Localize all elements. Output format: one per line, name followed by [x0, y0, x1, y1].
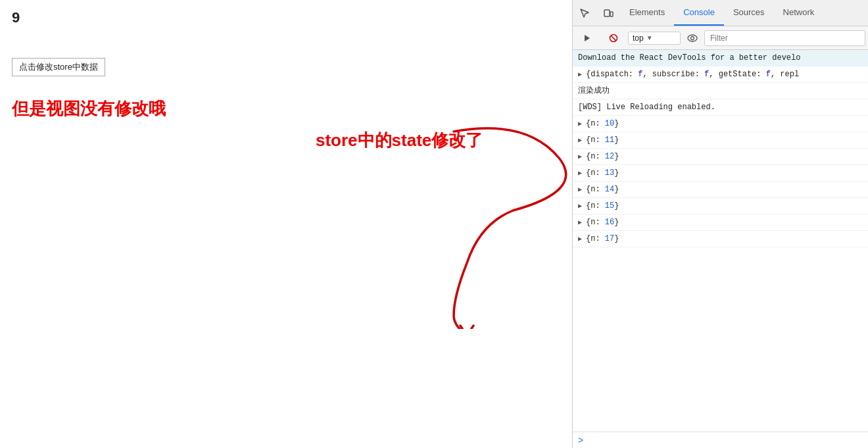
console-filter-input[interactable]	[704, 30, 865, 46]
console-input[interactable]	[587, 436, 863, 445]
main-page: 9 点击修改store中数据 但是视图没有修改哦 store中的state修改了	[0, 0, 572, 448]
devtools-tabs: Elements Console Sources Network	[620, 0, 868, 26]
console-line: ▶ {n: 16}	[573, 214, 868, 231]
console-line: ▶ {n: 10}	[573, 116, 868, 132]
devtools-console-toolbar: top ▼	[573, 26, 868, 50]
console-line: ▶ {n: 15}	[573, 198, 868, 214]
devtools-toolbar-top: Elements Console Sources Network	[573, 0, 868, 26]
console-line: ▶ {n: 17}	[573, 231, 868, 247]
console-line: ▶ {n: 13}	[573, 165, 868, 182]
console-line: Download the React DevTools for a better…	[573, 50, 868, 66]
tab-elements[interactable]: Elements	[620, 0, 674, 26]
annotation-arrow	[263, 79, 579, 329]
device-toolbar-icon[interactable]	[596, 1, 620, 25]
console-prompt-icon[interactable]: >	[578, 435, 583, 445]
console-line: ▶ {n: 11}	[573, 132, 868, 149]
console-line: ▶ {n: 14}	[573, 182, 868, 198]
console-output[interactable]: Download the React DevTools for a better…	[573, 50, 868, 432]
run-script-icon[interactable]	[575, 26, 599, 50]
console-input-row: >	[573, 432, 868, 448]
svg-rect-0	[604, 10, 610, 16]
console-line: ▶ {dispatch: f, subscribe: f, getState: …	[573, 66, 868, 83]
preserve-log-icon[interactable]	[683, 29, 702, 47]
clear-console-icon[interactable]	[602, 26, 625, 50]
svg-rect-1	[610, 12, 613, 16]
tab-network[interactable]: Network	[774, 0, 824, 26]
text-view-not-modified: 但是视图没有修改哦	[12, 97, 166, 120]
svg-point-6	[691, 36, 694, 39]
console-line: [WDS] Live Reloading enabled.	[573, 99, 868, 116]
svg-marker-2	[585, 35, 590, 41]
inspect-element-icon[interactable]	[573, 1, 596, 25]
tab-sources[interactable]: Sources	[724, 0, 774, 26]
devtools-panel: Elements Console Sources Network	[572, 0, 868, 448]
console-line: 渲染成功	[573, 83, 868, 99]
svg-point-5	[688, 35, 697, 41]
modify-store-button[interactable]: 点击修改store中数据	[12, 58, 105, 76]
tab-console[interactable]: Console	[674, 0, 724, 26]
page-number: 9	[12, 9, 20, 26]
dropdown-arrow-icon: ▼	[646, 34, 653, 41]
console-line: ▶ {n: 12}	[573, 149, 868, 165]
expand-icon[interactable]: ▶	[578, 70, 582, 80]
svg-line-4	[612, 36, 616, 40]
context-selector[interactable]: top ▼	[628, 32, 681, 45]
